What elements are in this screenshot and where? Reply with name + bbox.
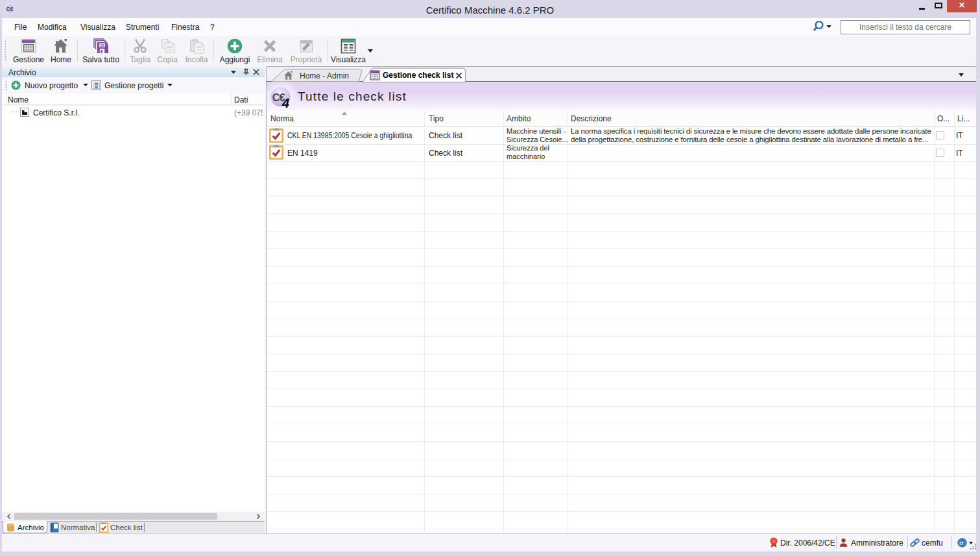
svg-text:IT: IT [959,540,964,546]
svg-text:4: 4 [281,96,289,110]
